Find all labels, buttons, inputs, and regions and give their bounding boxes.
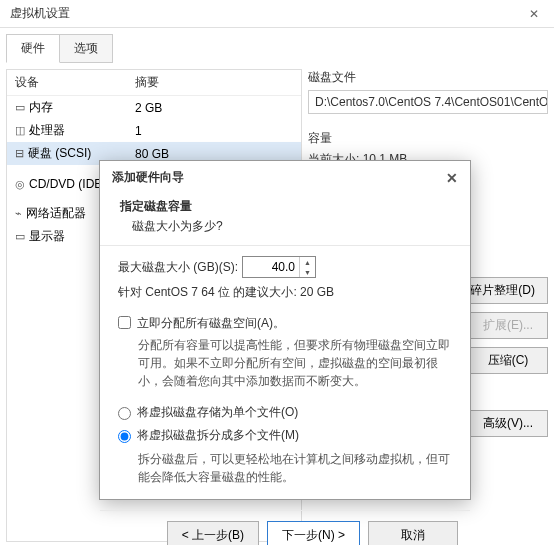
col-device: 设备 [15, 74, 135, 91]
device-name: 硬盘 (SCSI) [28, 146, 91, 160]
add-hardware-wizard: 添加硬件向导 ✕ 指定磁盘容量 磁盘大小为多少? 最大磁盘大小 (GB)(S):… [99, 160, 471, 500]
allocate-now-row: 立即分配所有磁盘空间(A)。 [118, 315, 452, 332]
allocate-now-checkbox[interactable] [118, 316, 131, 329]
device-summary: 80 GB [135, 147, 169, 161]
wizard-head-subtitle: 磁盘大小为多少? [120, 218, 450, 235]
wizard-body: 最大磁盘大小 (GB)(S): ▲ ▼ 针对 CentOS 7 64 位 的建议… [100, 245, 470, 510]
tab-options[interactable]: 选项 [59, 34, 113, 63]
device-row[interactable]: ▭内存2 GB [7, 96, 301, 119]
allocate-now-label: 立即分配所有磁盘空间(A)。 [137, 315, 285, 332]
max-size-input[interactable] [243, 257, 299, 277]
device-name: 内存 [29, 100, 53, 114]
single-file-row: 将虚拟磁盘存储为单个文件(O) [118, 404, 452, 421]
device-icon: ▭ [15, 101, 25, 113]
cancel-button[interactable]: 取消 [368, 521, 458, 545]
window-title: 虚拟机设置 [10, 5, 524, 22]
wizard-title: 添加硬件向导 [112, 169, 446, 186]
device-name: 网络适配器 [26, 206, 86, 220]
close-icon[interactable]: ✕ [446, 170, 458, 186]
split-file-radio[interactable] [118, 430, 131, 443]
next-button[interactable]: 下一步(N) > [267, 521, 360, 545]
max-size-row: 最大磁盘大小 (GB)(S): ▲ ▼ [118, 256, 452, 278]
device-name: 处理器 [29, 123, 65, 137]
tab-hardware[interactable]: 硬件 [6, 34, 60, 63]
disk-file-path[interactable]: D:\Centos7.0\CentOS 7.4\CentOS01\CentOS … [308, 90, 548, 114]
device-name: 显示器 [29, 229, 65, 243]
back-button[interactable]: < 上一步(B) [167, 521, 259, 545]
single-file-label: 将虚拟磁盘存储为单个文件(O) [137, 404, 298, 421]
device-summary: 2 GB [135, 101, 162, 115]
device-row[interactable]: ◫处理器1 [7, 119, 301, 142]
device-summary: 1 [135, 124, 142, 138]
max-size-label: 最大磁盘大小 (GB)(S): [118, 259, 238, 276]
spinner: ▲ ▼ [299, 257, 315, 277]
advanced-button[interactable]: 高级(V)... [468, 410, 548, 437]
split-file-label: 将虚拟磁盘拆分成多个文件(M) [137, 427, 299, 444]
allocate-desc: 分配所有容量可以提高性能，但要求所有物理磁盘空间立即可用。如果不立即分配所有空间… [138, 336, 452, 390]
col-summary: 摘要 [135, 74, 159, 91]
window-titlebar: 虚拟机设置 ✕ [0, 0, 554, 28]
wizard-footer: < 上一步(B) 下一步(N) > 取消 [100, 510, 470, 545]
split-file-row: 将虚拟磁盘拆分成多个文件(M) [118, 427, 452, 444]
device-list-header: 设备 摘要 [7, 70, 301, 96]
device-icon: ⌁ [15, 207, 22, 219]
device-name: CD/DVD (IDE) [29, 177, 106, 191]
compact-button[interactable]: 压缩(C) [468, 347, 548, 374]
tab-bar: 硬件 选项 [0, 28, 554, 63]
device-icon: ▭ [15, 230, 25, 242]
wizard-titlebar: 添加硬件向导 ✕ [100, 161, 470, 194]
spin-up-icon[interactable]: ▲ [300, 257, 315, 267]
split-desc: 拆分磁盘后，可以更轻松地在计算机之间移动虚拟机，但可能会降低大容量磁盘的性能。 [138, 450, 452, 486]
single-file-radio[interactable] [118, 407, 131, 420]
spin-down-icon[interactable]: ▼ [300, 267, 315, 277]
recommend-size: 针对 CentOS 7 64 位 的建议大小: 20 GB [118, 284, 452, 301]
disk-file-label: 磁盘文件 [308, 69, 548, 86]
device-icon: ◎ [15, 178, 25, 190]
max-size-input-wrap: ▲ ▼ [242, 256, 316, 278]
device-icon: ⊟ [15, 147, 24, 159]
close-icon[interactable]: ✕ [524, 7, 544, 21]
wizard-head-title: 指定磁盘容量 [120, 198, 450, 215]
capacity-label: 容量 [308, 130, 548, 147]
expand-button[interactable]: 扩展(E)... [468, 312, 548, 339]
wizard-header: 指定磁盘容量 磁盘大小为多少? [100, 194, 470, 245]
device-icon: ◫ [15, 124, 25, 136]
